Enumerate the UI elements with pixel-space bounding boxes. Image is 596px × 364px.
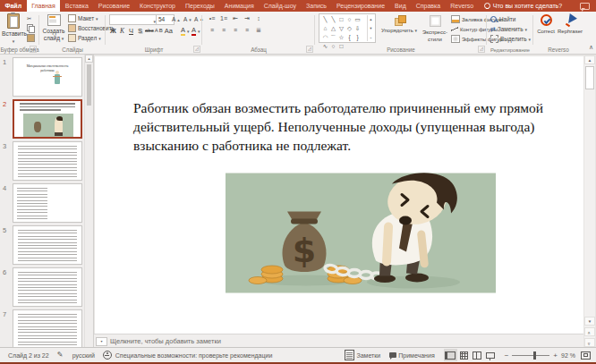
zoom-slider[interactable] — [512, 355, 549, 356]
shape-icon[interactable]: ▽ — [337, 24, 345, 33]
tab-слайд-шоу[interactable]: Слайд-шоу — [259, 0, 301, 12]
notes-toggle-button[interactable]: Заметки — [345, 350, 380, 360]
next-slide-button[interactable]: » — [584, 338, 595, 347]
rephraser-button[interactable]: Rephraser — [557, 13, 583, 35]
paragraph-format-icon[interactable]: ≡ — [243, 25, 251, 35]
tell-me-box[interactable]: Что вы хотите сделать? — [484, 0, 562, 12]
section-button[interactable]: Раздел▾ — [68, 33, 101, 43]
font-format-button[interactable]: Ч — [127, 26, 135, 36]
slide-body-text[interactable]: Работник обязан возместить работодателю … — [133, 98, 556, 155]
zoom-slider-thumb[interactable] — [533, 351, 536, 360]
tab-главная[interactable]: Главная — [27, 0, 61, 12]
shapes-gallery[interactable]: ╲╲□○▭⌂△▽◇⇩◠⌒☆{}∿○□▴▾⌄ — [319, 13, 376, 43]
font-format-button[interactable]: АВ — [155, 26, 164, 36]
paragraph-format-icon[interactable]: ↕ — [254, 13, 263, 23]
shape-icon[interactable]: ⇩ — [353, 24, 362, 33]
spell-check-icon[interactable] — [57, 351, 64, 359]
slide-canvas[interactable]: Работник обязан возместить работодателю … — [95, 56, 583, 334]
cut-button[interactable]: ✂ — [27, 13, 31, 23]
fit-to-window-icon[interactable] — [581, 351, 591, 360]
font-format-button[interactable]: Ж — [109, 26, 117, 36]
view-sorter-button[interactable] — [457, 349, 471, 361]
font-dialog-launcher[interactable]: ◿ — [193, 46, 200, 53]
font-format-button[interactable]: abc — [145, 26, 154, 36]
zoom-in-icon[interactable]: + — [553, 351, 558, 360]
font-format-button[interactable]: К — [118, 26, 126, 36]
shape-icon[interactable]: □ — [337, 15, 345, 24]
format-painter-button[interactable] — [27, 33, 35, 43]
tab-конструктор[interactable]: Конструктор — [135, 0, 181, 12]
tab-запись[interactable]: Запись — [302, 0, 332, 12]
tab-вид[interactable]: Вид — [390, 0, 412, 12]
paste-button[interactable]: Вставить▾ — [2, 13, 25, 45]
paragraph-format-icon[interactable]: ≣ — [254, 25, 263, 35]
clipboard-dialog-launcher[interactable]: ◿ — [30, 46, 37, 53]
font-name-combo[interactable]: ▾ — [109, 14, 158, 25]
view-normal-button[interactable] — [444, 349, 457, 361]
tab-файл[interactable]: Файл — [0, 0, 27, 12]
shape-icon[interactable]: ☆ — [337, 33, 345, 42]
highlight-color-button[interactable]: А▾ — [181, 26, 190, 36]
font-color-button[interactable]: А▾ — [192, 26, 200, 36]
slide-illustration[interactable]: $ — [226, 173, 496, 293]
zoom-out-icon[interactable]: − — [505, 351, 509, 360]
tab-переходы[interactable]: Переходы — [181, 0, 220, 12]
increase-font-button[interactable]: А▴ — [172, 14, 180, 24]
notes-bar[interactable]: ▾ Щелкните, чтобы добавить заметки — [94, 334, 583, 348]
arrange-button[interactable]: Упорядочить ▾ — [379, 13, 419, 34]
shape-icon[interactable]: ╲ — [329, 15, 337, 24]
paragraph-format-icon[interactable]: 1≡ — [219, 13, 228, 23]
comments-toggle-button[interactable]: Примечания — [389, 352, 434, 359]
tab-reverso[interactable]: Reverso — [446, 0, 479, 12]
tab-вставка[interactable]: Вставка — [60, 0, 93, 12]
tab-анимация[interactable]: Анимация — [219, 0, 259, 12]
font-format-button[interactable]: S — [136, 26, 144, 36]
scroll-thumb[interactable] — [585, 66, 594, 89]
paragraph-format-icon[interactable]: ≡ — [208, 25, 217, 35]
correct-button[interactable]: Correct — [534, 13, 558, 35]
paragraph-format-icon[interactable]: ≡ — [231, 25, 240, 35]
collapse-ribbon-icon[interactable]: ∧ — [589, 44, 593, 51]
shape-icon[interactable]: ◇ — [345, 24, 353, 33]
tab-справка[interactable]: Справка — [411, 0, 445, 12]
tab-рисование[interactable]: Рисование — [93, 0, 134, 12]
shape-icon[interactable]: ╲ — [321, 15, 329, 24]
shape-icon[interactable]: ⌒ — [329, 33, 337, 42]
tab-рецензирование[interactable]: Рецензирование — [331, 0, 389, 12]
thumbs-scrollbar[interactable]: ▲ — [84, 55, 93, 348]
main-scrollbar[interactable]: ▲ ▼ « » — [584, 55, 595, 347]
thumbs-scroll-thumb[interactable] — [87, 64, 91, 106]
view-slideshow-button[interactable] — [484, 349, 498, 361]
copy-button[interactable] — [27, 23, 35, 33]
accessibility-status[interactable]: Специальные возможности: проверьте реком… — [115, 352, 273, 359]
shape-icon[interactable]: ○ — [345, 15, 353, 24]
quick-styles-button[interactable]: Экспресс- стили — [421, 13, 449, 43]
shape-icon[interactable]: ▭ — [353, 15, 362, 24]
previous-slide-button[interactable]: « — [584, 327, 595, 336]
scroll-up-icon[interactable]: ▲ — [584, 55, 595, 64]
paragraph-format-icon[interactable]: ⇥ — [243, 13, 251, 23]
language-indicator[interactable]: русский — [72, 352, 95, 359]
replace-button[interactable]: ⇄Заменить▾ — [490, 24, 527, 34]
layout-button[interactable]: Макет▾ — [68, 13, 98, 23]
comments-bubble-icon[interactable] — [580, 3, 590, 10]
scroll-down-icon[interactable]: ▼ — [584, 317, 595, 326]
shape-icon[interactable]: ⌂ — [321, 24, 329, 33]
paragraph-format-icon[interactable]: ⇤ — [231, 13, 240, 23]
find-button[interactable]: Найти — [490, 14, 515, 24]
shapes-scroll[interactable]: ▴▾⌄ — [367, 15, 374, 41]
thumbs-scroll-up-icon[interactable]: ▲ — [85, 55, 93, 63]
paragraph-format-icon[interactable]: •≡ — [208, 13, 217, 23]
decrease-font-button[interactable]: А▾ — [183, 14, 192, 24]
shape-icon[interactable]: ◠ — [321, 33, 329, 42]
shape-icon[interactable]: △ — [329, 24, 337, 33]
zoom-level[interactable]: 92 % — [561, 352, 575, 359]
shape-icon[interactable]: { — [345, 33, 353, 42]
drawing-dialog-launcher[interactable]: ◿ — [478, 46, 485, 53]
notes-placeholder[interactable]: Щелкните, чтобы добавить заметки — [110, 337, 221, 345]
select-button[interactable]: Выделить▾ — [490, 34, 531, 44]
new-slide-button[interactable]: Создать слайд ▾ — [41, 13, 66, 42]
paragraph-dialog-launcher[interactable]: ◿ — [306, 46, 313, 53]
shape-icon[interactable]: } — [353, 33, 362, 42]
view-reading-button[interactable] — [471, 349, 484, 361]
